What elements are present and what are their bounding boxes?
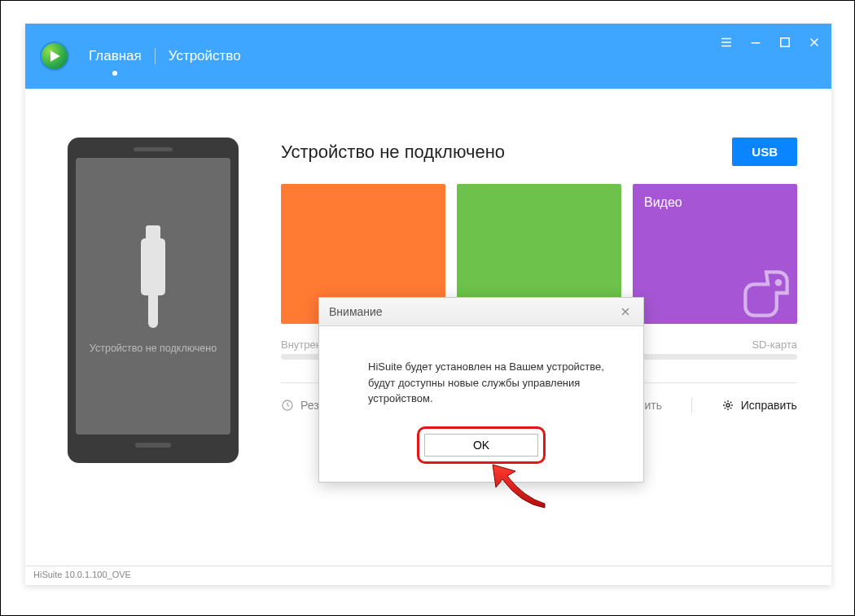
minimize-button[interactable] <box>747 33 765 51</box>
modal-body: HiSuite будет установлен на Вашем устрой… <box>319 326 643 426</box>
attention-modal: Внимание HiSuite будет установлен на Ваш… <box>318 297 644 483</box>
nav-separator <box>155 48 156 64</box>
modal-message: HiSuite будет установлен на Вашем устрой… <box>368 359 606 407</box>
fix-label: Исправить <box>741 399 797 412</box>
nav-home[interactable]: Главная <box>89 48 142 64</box>
title-row: Устройство не подключено USB <box>281 138 797 166</box>
menu-icon[interactable] <box>717 33 735 51</box>
fix-action[interactable]: Исправить <box>721 399 797 412</box>
content: Устройство не подключено Устройство не п… <box>25 89 831 566</box>
phone-status-text: Устройство не подключено <box>90 343 217 354</box>
nav: Главная Устройство <box>89 48 241 64</box>
modal-title: Внимание <box>329 305 383 318</box>
gear-icon <box>721 399 734 412</box>
status-bar: HiSuite 10.0.1.100_OVE <box>25 566 831 585</box>
nav-active-dot-icon <box>112 71 117 76</box>
usb-button[interactable]: USB <box>732 138 797 166</box>
clock-icon <box>281 399 294 412</box>
phone-mockup: Устройство не подключено <box>68 138 239 463</box>
app-logo-icon <box>40 42 69 71</box>
page-title: Устройство не подключено <box>281 142 505 163</box>
svg-rect-0 <box>781 38 790 47</box>
phone-home-icon <box>135 443 171 448</box>
modal-footer: OK <box>319 426 643 482</box>
nav-device-label: Устройство <box>169 48 241 63</box>
svg-point-1 <box>775 279 783 286</box>
close-icon <box>619 305 632 318</box>
ok-highlight: OK <box>417 426 546 464</box>
maximize-button[interactable] <box>776 33 794 51</box>
nav-home-label: Главная <box>89 48 142 63</box>
action-separator <box>691 398 692 413</box>
modal-header: Внимание <box>319 298 643 326</box>
app-window: Главная Устройство <box>25 24 831 585</box>
nav-device[interactable]: Устройство <box>169 48 241 64</box>
close-button[interactable] <box>805 33 823 51</box>
phone-column: Устройство не подключено <box>59 138 247 566</box>
usb-plug-icon <box>141 238 165 295</box>
svg-point-4 <box>726 404 730 407</box>
storage-sdcard-label: SD-карта <box>752 339 797 351</box>
window-controls <box>717 33 823 51</box>
phone-speaker-icon <box>134 147 173 151</box>
modal-close-button[interactable] <box>617 304 634 320</box>
tile-video-label: Видео <box>644 195 682 209</box>
header: Главная Устройство <box>25 24 831 89</box>
phone-screen: Устройство не подключено <box>76 158 230 435</box>
tile-video[interactable]: Видео <box>633 184 797 324</box>
ok-button[interactable]: OK <box>424 434 538 457</box>
status-version: HiSuite 10.0.1.100_OVE <box>33 570 131 579</box>
